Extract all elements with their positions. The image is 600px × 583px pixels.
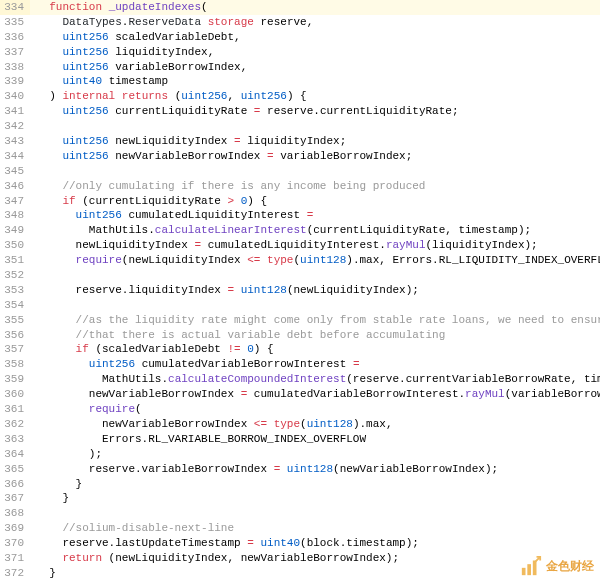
- line-code: [30, 164, 600, 179]
- code-line: 353 reserve.liquidityIndex = uint128(new…: [0, 283, 600, 298]
- line-number: 356: [0, 328, 30, 343]
- line-number: 348: [0, 208, 30, 223]
- code-line: 338 uint256 variableBorrowIndex,: [0, 60, 600, 75]
- line-code: reserve.variableBorrowIndex = uint128(ne…: [30, 462, 600, 477]
- code-line: 354: [0, 298, 600, 313]
- code-line: 372 }: [0, 566, 600, 581]
- line-code: uint256 cumulatedLiquidityInterest =: [30, 208, 600, 223]
- line-number: 366: [0, 477, 30, 492]
- line-number: 347: [0, 194, 30, 209]
- line-number: 345: [0, 164, 30, 179]
- line-number: 353: [0, 283, 30, 298]
- code-line: 335 DataTypes.ReserveData storage reserv…: [0, 15, 600, 30]
- code-line: 339 uint40 timestamp: [0, 74, 600, 89]
- line-number: 351: [0, 253, 30, 268]
- line-code: uint40 timestamp: [30, 74, 600, 89]
- code-line: 361 require(: [0, 402, 600, 417]
- line-number: 336: [0, 30, 30, 45]
- code-line: 342: [0, 119, 600, 134]
- line-code: MathUtils.calculateLinearInterest(curren…: [30, 223, 600, 238]
- watermark-text: 金色财经: [546, 558, 594, 575]
- code-listing: 334 function _updateIndexes(335 DataType…: [0, 0, 600, 581]
- code-line: 344 uint256 newVariableBorrowIndex = var…: [0, 149, 600, 164]
- code-line: 369 //solium-disable-next-line: [0, 521, 600, 536]
- line-number: 344: [0, 149, 30, 164]
- line-number: 340: [0, 89, 30, 104]
- code-line: 367 }: [0, 491, 600, 506]
- line-code: uint256 cumulatedVariableBorrowInterest …: [30, 357, 600, 372]
- line-number: 352: [0, 268, 30, 283]
- code-line: 336 uint256 scaledVariableDebt,: [0, 30, 600, 45]
- code-line: 362 newVariableBorrowIndex <= type(uint1…: [0, 417, 600, 432]
- code-line: 363 Errors.RL_VARIABLE_BORROW_INDEX_OVER…: [0, 432, 600, 447]
- code-line: 352: [0, 268, 600, 283]
- code-line: 343 uint256 newLiquidityIndex = liquidit…: [0, 134, 600, 149]
- line-code: newVariableBorrowIndex <= type(uint128).…: [30, 417, 600, 432]
- line-code: );: [30, 447, 600, 462]
- code-line: 351 require(newLiquidityIndex <= type(ui…: [0, 253, 600, 268]
- code-line: 350 newLiquidityIndex = cumulatedLiquidi…: [0, 238, 600, 253]
- svg-rect-1: [527, 564, 531, 575]
- line-number: 363: [0, 432, 30, 447]
- code-line: 355 //as the liquidity rate might come o…: [0, 313, 600, 328]
- line-code: uint256 liquidityIndex,: [30, 45, 600, 60]
- code-line: 358 uint256 cumulatedVariableBorrowInter…: [0, 357, 600, 372]
- line-code: newLiquidityIndex = cumulatedLiquidityIn…: [30, 238, 600, 253]
- line-number: 359: [0, 372, 30, 387]
- code-line: 366 }: [0, 477, 600, 492]
- line-code: reserve.lastUpdateTimestamp = uint40(blo…: [30, 536, 600, 551]
- code-line: 371 return (newLiquidityIndex, newVariab…: [0, 551, 600, 566]
- line-code: Errors.RL_VARIABLE_BORROW_INDEX_OVERFLOW: [30, 432, 600, 447]
- line-number: 346: [0, 179, 30, 194]
- line-code: ) internal returns (uint256, uint256) {: [30, 89, 600, 104]
- line-code: function _updateIndexes(: [30, 0, 600, 15]
- code-line: 334 function _updateIndexes(: [0, 0, 600, 15]
- line-code: //that there is actual variable debt bef…: [30, 328, 600, 343]
- line-code: newVariableBorrowIndex = cumulatedVariab…: [30, 387, 600, 402]
- code-line: 341 uint256 currentLiquidityRate = reser…: [0, 104, 600, 119]
- line-number: 350: [0, 238, 30, 253]
- line-code: }: [30, 491, 600, 506]
- line-code: uint256 currentLiquidityRate = reserve.c…: [30, 104, 600, 119]
- line-code: }: [30, 477, 600, 492]
- line-number: 368: [0, 506, 30, 521]
- line-number: 371: [0, 551, 30, 566]
- line-number: 365: [0, 462, 30, 477]
- line-code: }: [30, 566, 600, 581]
- code-line: 346 //only cumulating if there is any in…: [0, 179, 600, 194]
- code-line: 356 //that there is actual variable debt…: [0, 328, 600, 343]
- code-line: 360 newVariableBorrowIndex = cumulatedVa…: [0, 387, 600, 402]
- code-line: 359 MathUtils.calculateCompoundedInteres…: [0, 372, 600, 387]
- svg-rect-0: [522, 568, 526, 575]
- line-number: 335: [0, 15, 30, 30]
- line-number: 342: [0, 119, 30, 134]
- line-code: [30, 298, 600, 313]
- line-code: uint256 newLiquidityIndex = liquidityInd…: [30, 134, 600, 149]
- line-number: 354: [0, 298, 30, 313]
- code-line: 337 uint256 liquidityIndex,: [0, 45, 600, 60]
- line-code: //as the liquidity rate might come only …: [30, 313, 600, 328]
- code-line: 345: [0, 164, 600, 179]
- line-number: 358: [0, 357, 30, 372]
- line-number: 362: [0, 417, 30, 432]
- code-line: 357 if (scaledVariableDebt != 0) {: [0, 342, 600, 357]
- line-code: require(: [30, 402, 600, 417]
- line-code: uint256 scaledVariableDebt,: [30, 30, 600, 45]
- line-code: //only cumulating if there is any income…: [30, 179, 600, 194]
- line-number: 361: [0, 402, 30, 417]
- line-code: [30, 506, 600, 521]
- line-number: 339: [0, 74, 30, 89]
- watermark: 金色财经: [520, 555, 594, 577]
- line-number: 343: [0, 134, 30, 149]
- line-number: 338: [0, 60, 30, 75]
- code-line: 347 if (currentLiquidityRate > 0) {: [0, 194, 600, 209]
- line-code: [30, 268, 600, 283]
- code-line: 348 uint256 cumulatedLiquidityInterest =: [0, 208, 600, 223]
- code-line: 365 reserve.variableBorrowIndex = uint12…: [0, 462, 600, 477]
- line-number: 372: [0, 566, 30, 581]
- line-number: 364: [0, 447, 30, 462]
- line-code: if (currentLiquidityRate > 0) {: [30, 194, 600, 209]
- line-number: 337: [0, 45, 30, 60]
- line-code: uint256 newVariableBorrowIndex = variabl…: [30, 149, 600, 164]
- line-code: if (scaledVariableDebt != 0) {: [30, 342, 600, 357]
